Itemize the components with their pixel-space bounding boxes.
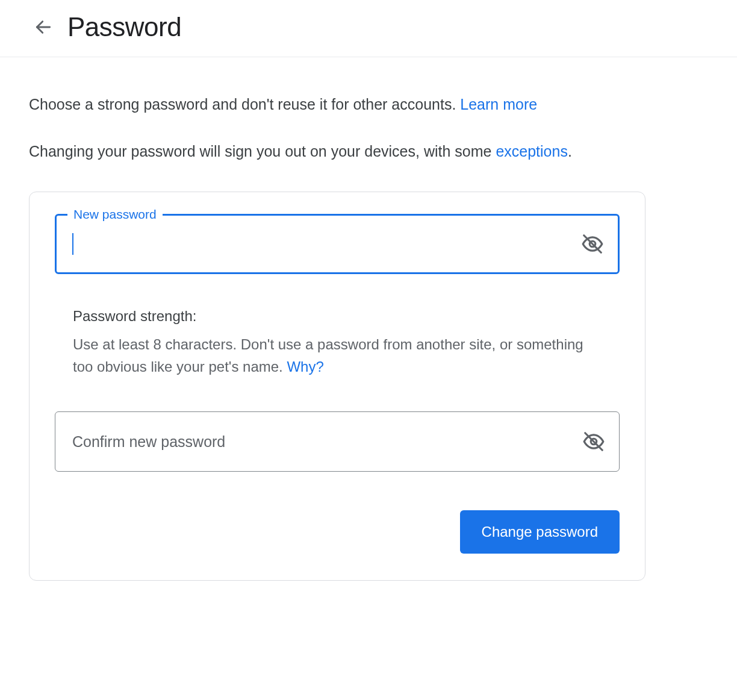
- password-strength-text: Use at least 8 characters. Don't use a p…: [73, 333, 602, 378]
- page-header: Password: [0, 0, 737, 57]
- new-password-field-wrap: New password: [55, 214, 620, 274]
- text-caret: [72, 233, 73, 255]
- password-strength-title: Password strength:: [73, 308, 602, 325]
- back-button[interactable]: [29, 13, 58, 42]
- eye-off-icon: [582, 430, 605, 453]
- intro-text-2b: .: [568, 143, 572, 160]
- arrow-left-icon: [34, 17, 53, 37]
- change-password-button[interactable]: Change password: [460, 510, 620, 554]
- confirm-password-outline: [55, 411, 620, 472]
- intro-text-2a: Changing your password will sign you out…: [29, 143, 496, 160]
- intro-line-1: Choose a strong password and don't reuse…: [29, 93, 645, 116]
- learn-more-link[interactable]: Learn more: [460, 96, 537, 113]
- new-password-outline: New password: [55, 214, 620, 274]
- password-card: New password Password strength: Use at l…: [29, 192, 645, 581]
- page-title: Password: [67, 12, 181, 42]
- button-row: Change password: [55, 510, 620, 554]
- toggle-visibility-confirm[interactable]: [579, 427, 608, 456]
- toggle-visibility-new[interactable]: [578, 230, 607, 258]
- eye-off-icon: [581, 233, 604, 255]
- new-password-label: New password: [67, 207, 163, 222]
- new-password-input[interactable]: [72, 216, 577, 272]
- confirm-password-field-wrap: [55, 411, 620, 472]
- password-strength-block: Password strength: Use at least 8 charac…: [55, 308, 620, 378]
- exceptions-link[interactable]: exceptions: [496, 143, 568, 160]
- content-area: Choose a strong password and don't reuse…: [0, 57, 674, 610]
- intro-text-1: Choose a strong password and don't reuse…: [29, 96, 460, 113]
- strength-text-body: Use at least 8 characters. Don't use a p…: [73, 336, 583, 375]
- confirm-password-input[interactable]: [71, 412, 578, 471]
- intro-line-2: Changing your password will sign you out…: [29, 140, 645, 163]
- why-link[interactable]: Why?: [287, 358, 323, 375]
